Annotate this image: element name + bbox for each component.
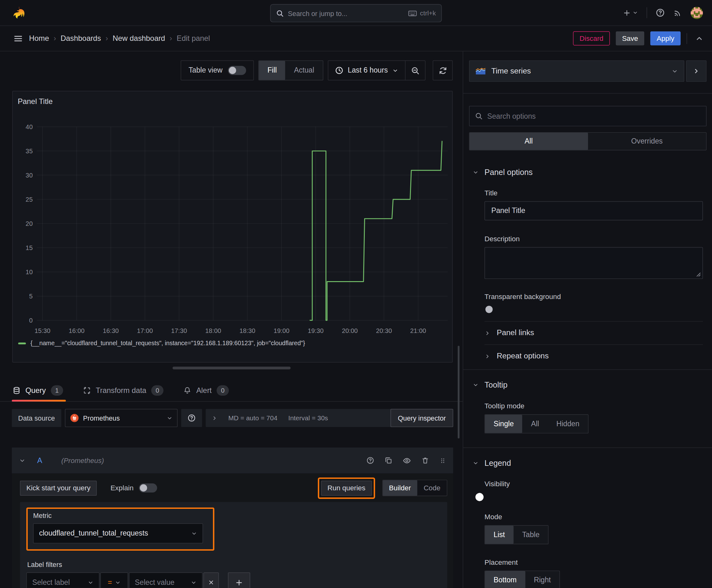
description-input[interactable] <box>485 248 703 278</box>
run-queries-button[interactable]: Run queries <box>321 481 372 496</box>
save-button[interactable]: Save <box>616 31 645 45</box>
chevron-right-icon <box>693 68 700 75</box>
chevron-down-icon <box>632 10 638 15</box>
discard-button[interactable]: Discard <box>573 31 610 45</box>
run-queries-highlight: Run queries <box>318 477 375 499</box>
legend-item[interactable]: {__name__="cloudflared_tunnel_total_requ… <box>18 340 305 347</box>
grafana-logo-icon[interactable] <box>12 6 26 19</box>
select-value-dropdown[interactable]: Select value <box>129 572 202 588</box>
svg-text:20:00: 20:00 <box>342 327 358 334</box>
fill-actual-segment: Fill Actual <box>258 60 323 80</box>
menu-toggle-button[interactable] <box>14 34 23 43</box>
hide-query-button[interactable] <box>403 456 411 465</box>
code-option[interactable]: Code <box>417 480 447 496</box>
query-ref-id[interactable]: A <box>37 456 42 465</box>
fill-option[interactable]: Fill <box>259 61 285 80</box>
datasource-picker[interactable]: Prometheus <box>65 409 178 427</box>
zoom-out-icon <box>411 66 419 75</box>
drag-query-handle[interactable] <box>439 457 446 464</box>
panel-preview: Panel Title 051015202530354015:3016:0016… <box>12 91 453 362</box>
panel-links-section[interactable]: Panel links <box>484 322 712 344</box>
svg-text:19:00: 19:00 <box>274 327 289 334</box>
metric-select[interactable]: cloudflared_tunnel_total_requests <box>33 523 203 543</box>
alert-count-badge: 0 <box>217 385 229 396</box>
options-search[interactable] <box>469 106 706 126</box>
svg-text:16:00: 16:00 <box>69 327 85 334</box>
tooltip-mode-label: Tooltip mode <box>484 402 712 410</box>
options-search-input[interactable] <box>487 112 701 120</box>
viz-suggestions-button[interactable] <box>686 60 707 82</box>
legend-mode-table[interactable]: Table <box>514 525 548 544</box>
operator-dropdown[interactable]: = <box>101 572 128 588</box>
breadcrumb-new-dashboard[interactable]: New dashboard <box>113 34 165 42</box>
actions-divider <box>687 33 687 44</box>
timeseries-chart[interactable]: 051015202530354015:3016:0016:3017:0017:3… <box>13 110 453 339</box>
svg-text:35: 35 <box>26 148 33 154</box>
duplicate-query-button[interactable] <box>385 457 392 465</box>
label-filters-row: Select label = Select value <box>26 572 441 588</box>
tooltip-mode-single[interactable]: Single <box>485 415 522 433</box>
time-range-picker[interactable]: Last 6 hours <box>328 61 405 80</box>
news-button[interactable] <box>673 8 682 17</box>
remove-filter-button[interactable] <box>203 572 219 588</box>
transparent-bg-label: Transparent background <box>484 292 712 300</box>
tooltip-mode-all[interactable]: All <box>522 415 548 433</box>
search-icon <box>276 9 284 17</box>
query-help-button[interactable] <box>366 457 374 465</box>
breadcrumb-dashboards[interactable]: Dashboards <box>61 34 101 42</box>
legend-placement-right[interactable]: Right <box>525 571 559 588</box>
zoom-out-button[interactable] <box>405 61 425 80</box>
tab-transform-label: Transform data <box>96 386 146 395</box>
legend-section-header[interactable]: Legend <box>463 458 712 468</box>
global-search[interactable]: ctrl+k <box>270 4 442 22</box>
explain-toggle[interactable] <box>139 483 157 492</box>
tooltip-section-header[interactable]: Tooltip <box>463 380 712 390</box>
eye-icon <box>403 456 411 465</box>
plus-icon <box>623 9 631 17</box>
pane-resize-handle[interactable] <box>173 366 291 370</box>
refresh-icon <box>438 66 447 75</box>
query-row-header[interactable]: A (Prometheus) <box>12 447 453 474</box>
breadcrumb-home[interactable]: Home <box>29 34 49 42</box>
legend-placement-bottom[interactable]: Bottom <box>485 571 525 588</box>
user-avatar[interactable] <box>691 6 703 19</box>
delete-query-button[interactable] <box>421 457 429 465</box>
tab-transform-data[interactable]: Transform data 0 <box>83 380 164 400</box>
chevron-down-icon <box>392 67 398 74</box>
resize-handle-icon[interactable] <box>696 272 701 277</box>
tooltip-mode-hidden[interactable]: Hidden <box>548 415 588 433</box>
global-search-input[interactable] <box>288 9 404 17</box>
apply-button[interactable]: Apply <box>650 31 681 45</box>
datasource-help-button[interactable] <box>181 409 202 427</box>
breadcrumb-separator-icon: › <box>170 34 172 42</box>
query-inspector-button[interactable]: Query inspector <box>390 409 453 427</box>
actual-option[interactable]: Actual <box>285 61 323 80</box>
table-view-toggle[interactable] <box>228 66 246 75</box>
scrollbar[interactable] <box>458 346 459 439</box>
new-menu-button[interactable] <box>623 9 638 17</box>
prometheus-icon <box>70 413 79 422</box>
query-editor-body: Kick start your query Explain Run querie… <box>12 474 453 588</box>
tab-all-options[interactable]: All <box>470 132 588 150</box>
refresh-button[interactable] <box>433 60 453 80</box>
title-input[interactable] <box>491 207 696 215</box>
panel-options-section-header[interactable]: Panel options <box>463 168 712 177</box>
topnav-actions <box>623 6 703 19</box>
query-options-bar[interactable]: MD = auto = 704 Interval = 30s Query ins… <box>206 409 453 427</box>
tab-query[interactable]: Query 1 <box>13 380 63 400</box>
collapse-pane-button[interactable] <box>696 35 703 42</box>
tab-overrides[interactable]: Overrides <box>588 132 706 150</box>
builder-option[interactable]: Builder <box>383 480 417 496</box>
metric-value: cloudflared_tunnel_total_requests <box>39 529 148 538</box>
select-label-dropdown[interactable]: Select label <box>26 572 100 588</box>
add-filter-button[interactable] <box>228 572 250 588</box>
legend-mode-list[interactable]: List <box>485 525 514 544</box>
viz-type-picker[interactable]: Time series <box>469 60 684 82</box>
kick-start-button[interactable]: Kick start your query <box>20 481 97 496</box>
help-button[interactable] <box>656 8 665 17</box>
select-label-placeholder: Select label <box>33 578 70 586</box>
chevron-down-icon <box>671 68 678 74</box>
panel-title[interactable]: Panel Title <box>18 97 52 106</box>
repeat-options-section[interactable]: Repeat options <box>484 345 712 368</box>
tab-alert[interactable]: Alert 0 <box>184 380 229 400</box>
